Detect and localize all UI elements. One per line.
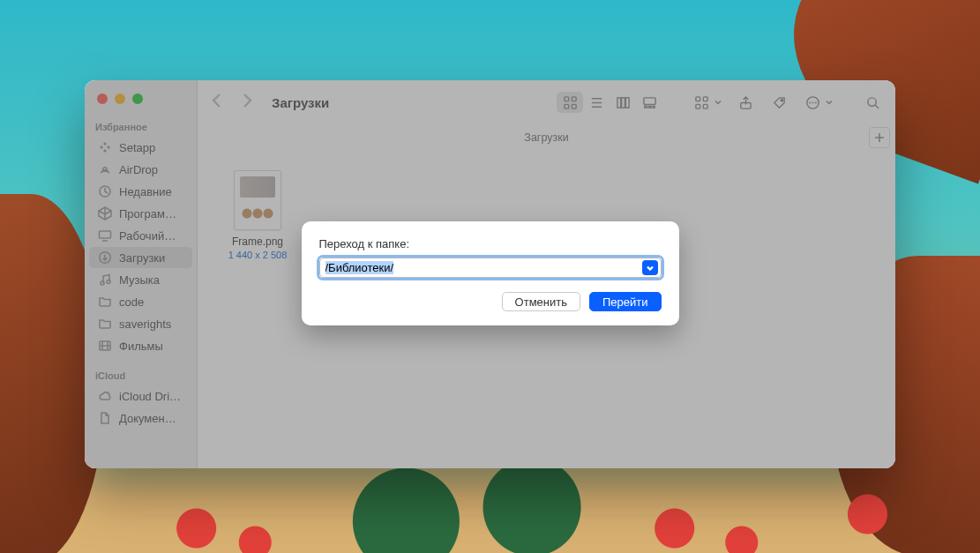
clock-icon	[98, 184, 112, 198]
svg-rect-10	[572, 104, 576, 108]
tab-bar: Загрузки	[198, 124, 895, 151]
tags-button[interactable]	[768, 92, 789, 113]
dropdown-button[interactable]	[642, 260, 658, 275]
zoom-button[interactable]	[132, 93, 143, 104]
toolbar: Загрузки	[198, 80, 895, 124]
go-to-folder-dialog: Переход к папке: Отменить Перейти	[302, 221, 679, 325]
app-icon	[98, 140, 112, 154]
desktop-icon	[98, 228, 112, 243]
sidebar-favorite-item[interactable]: Setapp	[89, 137, 192, 158]
airdrop-icon	[98, 162, 112, 176]
film-icon	[98, 339, 112, 353]
svg-point-28	[867, 97, 875, 105]
sidebar-favorite-item[interactable]: Фильмы	[89, 335, 192, 356]
sidebar-icloud-item[interactable]: Докумен…	[89, 407, 192, 429]
sidebar-item-label: Недавние	[119, 185, 172, 198]
sidebar-favorite-item[interactable]: Музыка	[89, 269, 192, 290]
sidebar-item-label: Музыка	[119, 273, 160, 287]
path-input[interactable]	[320, 259, 642, 276]
svg-rect-21	[703, 104, 707, 108]
file-thumbnail	[234, 170, 281, 230]
svg-rect-15	[644, 106, 647, 108]
svg-rect-7	[564, 96, 568, 101]
sidebar-favorite-item[interactable]: Програм…	[89, 203, 192, 224]
svg-point-27	[814, 101, 816, 103]
folder-icon	[98, 317, 112, 331]
sidebar-favorite-item[interactable]: Рабочий…	[89, 225, 192, 246]
group-button[interactable]	[691, 92, 712, 113]
sidebar-item-label: Рабочий…	[119, 229, 176, 243]
path-combobox	[319, 258, 662, 278]
svg-rect-8	[572, 96, 576, 101]
view-list-button[interactable]	[583, 92, 610, 113]
svg-rect-14	[643, 97, 655, 104]
file-item[interactable]: Frame.png1 440 x 2 508	[222, 170, 293, 260]
svg-point-23	[781, 99, 782, 101]
sidebar-favorite-item[interactable]: Загрузки	[89, 247, 192, 268]
window-controls	[85, 89, 197, 116]
svg-point-4	[101, 281, 104, 285]
svg-rect-13	[625, 97, 629, 107]
search-button[interactable]	[862, 92, 883, 113]
svg-rect-2	[100, 231, 111, 238]
file-name: Frame.png	[222, 235, 293, 248]
tab-label[interactable]: Загрузки	[524, 131, 568, 144]
sidebar-item-label: Фильмы	[119, 340, 163, 353]
chevron-down-icon	[825, 92, 834, 113]
sidebar: Избранное SetappAirDropНедавниеПрограм…Р…	[85, 80, 198, 468]
svg-point-25	[809, 101, 811, 103]
sidebar-item-label: Загрузки	[119, 251, 165, 265]
chevron-down-icon	[714, 92, 722, 113]
view-icons-button[interactable]	[557, 92, 583, 113]
sidebar-item-label: iCloud Dri…	[119, 390, 181, 403]
window-title: Загрузки	[272, 95, 329, 110]
actions-button[interactable]	[802, 92, 823, 113]
file-dimensions: 1 440 x 2 508	[222, 250, 293, 260]
sidebar-item-label: Докумен…	[119, 412, 176, 425]
sidebar-item-label: saverights	[119, 318, 171, 331]
close-button[interactable]	[97, 93, 108, 104]
svg-rect-20	[695, 104, 699, 108]
cloud-icon	[98, 389, 112, 403]
sidebar-favorite-item[interactable]: code	[89, 291, 192, 312]
svg-rect-9	[564, 104, 568, 108]
doc-icon	[98, 411, 112, 425]
view-switcher	[557, 92, 662, 113]
download-icon	[98, 250, 112, 265]
svg-point-5	[107, 280, 110, 284]
go-button[interactable]: Перейти	[589, 292, 662, 311]
svg-point-26	[812, 101, 813, 103]
music-icon	[98, 273, 112, 287]
cancel-button[interactable]: Отменить	[502, 292, 580, 311]
apps-icon	[98, 206, 112, 220]
svg-rect-11	[617, 97, 620, 107]
sidebar-favorite-item[interactable]: saverights	[89, 313, 192, 334]
sidebar-icloud-item[interactable]: iCloud Dri…	[89, 385, 192, 407]
sidebar-heading-favorites: Избранное	[85, 116, 197, 136]
forward-button[interactable]	[240, 93, 254, 112]
sidebar-heading-icloud: iCloud	[85, 365, 197, 385]
sidebar-item-label: Програм…	[119, 207, 176, 220]
svg-rect-19	[703, 96, 707, 101]
dialog-label: Переход к папке:	[319, 237, 662, 250]
folder-icon	[98, 295, 112, 309]
svg-rect-16	[648, 106, 651, 108]
view-gallery-button[interactable]	[636, 92, 662, 113]
sidebar-item-label: Setapp	[119, 141, 155, 154]
new-tab-button[interactable]	[869, 127, 890, 148]
svg-rect-18	[695, 96, 699, 101]
svg-rect-12	[621, 97, 625, 107]
sidebar-item-label: code	[119, 295, 144, 309]
back-button[interactable]	[210, 93, 224, 112]
minimize-button[interactable]	[115, 93, 125, 104]
share-button[interactable]	[735, 92, 756, 113]
view-columns-button[interactable]	[610, 92, 636, 113]
sidebar-favorite-item[interactable]: Недавние	[89, 181, 192, 202]
svg-rect-17	[653, 106, 655, 108]
sidebar-item-label: AirDrop	[119, 163, 158, 176]
sidebar-favorite-item[interactable]: AirDrop	[89, 159, 192, 180]
